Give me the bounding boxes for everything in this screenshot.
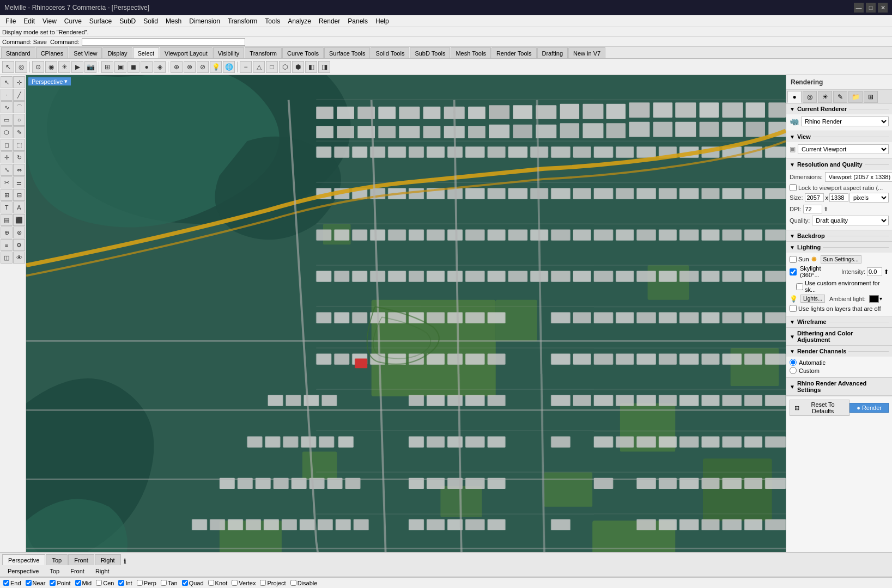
ambient-color-swatch[interactable]: [869, 295, 879, 303]
menu-mesh[interactable]: Mesh: [162, 16, 185, 26]
btab-right[interactable]: Right: [95, 554, 121, 565]
lt-gumball-icon[interactable]: ⊗: [13, 226, 25, 238]
tool-misc3-icon[interactable]: ⬡: [279, 61, 291, 73]
snap-project-checkbox[interactable]: [260, 580, 266, 586]
menu-file[interactable]: File: [2, 16, 19, 26]
lt-rect-icon[interactable]: ▭: [1, 114, 13, 126]
wireframe-header[interactable]: ▼ Wireframe: [786, 316, 892, 327]
tool-misc4-icon[interactable]: ⬢: [292, 61, 304, 73]
size-w-input[interactable]: [805, 193, 824, 202]
tab-cplanes[interactable]: CPlanes: [36, 47, 69, 58]
use-lights-checkbox[interactable]: [790, 305, 797, 312]
renderer-dropdown[interactable]: Rhino Render: [801, 117, 889, 126]
snap-cen-checkbox[interactable]: [96, 580, 102, 586]
lt-split-icon[interactable]: ⚌: [13, 176, 25, 188]
snap-knot-checkbox[interactable]: [208, 580, 214, 586]
view-dropdown[interactable]: Current Viewport: [798, 144, 889, 154]
tool-toggle2-icon[interactable]: ⊗: [184, 61, 196, 73]
lt-analysis-icon[interactable]: ◫: [1, 252, 13, 264]
lt-scale-icon[interactable]: ⤡: [1, 164, 13, 176]
vpname-top[interactable]: Top: [46, 567, 63, 575]
btab-perspective[interactable]: Perspective: [2, 554, 45, 565]
lt-poly-icon[interactable]: ⬡: [1, 126, 13, 138]
tab-curve-tools[interactable]: Curve Tools: [282, 47, 324, 58]
tool-render-icon[interactable]: ▶: [71, 61, 83, 73]
menu-panels[interactable]: Panels: [344, 16, 371, 26]
lt-curve-icon[interactable]: ∿: [1, 101, 13, 113]
tool-misc5-icon[interactable]: ◧: [305, 61, 317, 73]
sun-checkbox[interactable]: [790, 256, 797, 263]
lt-freeform-icon[interactable]: ✎: [13, 126, 25, 138]
tool-toggle3-icon[interactable]: ⊘: [197, 61, 209, 73]
vpname-right[interactable]: Right: [92, 567, 113, 575]
render-channels-header[interactable]: ▼ Render Channels: [786, 346, 892, 357]
lt-hatch-icon[interactable]: ▤: [1, 214, 13, 226]
rp-tab-pencil[interactable]: ✎: [833, 91, 847, 103]
backdrop-header[interactable]: ▼ Backdrop: [786, 230, 892, 241]
custom-env-checkbox[interactable]: [796, 283, 803, 290]
viewport-perspective[interactable]: Perspective ▾: [26, 75, 786, 552]
rp-tab-sphere[interactable]: ◎: [803, 91, 817, 103]
tool-lights-icon[interactable]: 💡: [210, 61, 222, 73]
skylight-checkbox[interactable]: [790, 268, 797, 275]
btab-top[interactable]: Top: [46, 554, 68, 565]
tab-display[interactable]: Display: [102, 47, 132, 58]
rp-tab-folder[interactable]: 📁: [848, 91, 863, 103]
lt-rotate-icon[interactable]: ↻: [13, 151, 25, 163]
lt-prop-icon[interactable]: ⚙: [13, 239, 25, 251]
menu-surface[interactable]: Surface: [86, 16, 115, 26]
current-renderer-header[interactable]: ▼ Current Renderer: [786, 103, 892, 114]
viewport-label[interactable]: Perspective ▾: [28, 77, 71, 85]
tool-misc6-icon[interactable]: ◨: [318, 61, 330, 73]
tab-transform[interactable]: Transform: [245, 47, 282, 58]
lights-button[interactable]: Lights...: [800, 295, 825, 303]
rp-tab-sun[interactable]: ☀: [818, 91, 832, 103]
btab-addon-icon[interactable]: ℹ: [124, 558, 126, 565]
snap-quad-checkbox[interactable]: [182, 580, 188, 586]
lt-select2-icon[interactable]: ⊹: [13, 76, 25, 88]
close-button[interactable]: ✕: [878, 3, 888, 13]
snap-point-checkbox[interactable]: [50, 580, 56, 586]
tool-select2-icon[interactable]: ◎: [15, 61, 27, 73]
lt-select-icon[interactable]: ↖: [1, 76, 13, 88]
resolution-header[interactable]: ▼ Resolution and Quality: [786, 159, 892, 170]
tab-select[interactable]: Select: [133, 47, 160, 58]
tab-standard[interactable]: Standard: [1, 47, 35, 58]
tab-solid-tools[interactable]: Solid Tools: [371, 47, 409, 58]
lt-move-icon[interactable]: ✛: [1, 151, 13, 163]
menu-curve[interactable]: Curve: [61, 16, 85, 26]
tab-mesh-tools[interactable]: Mesh Tools: [451, 47, 490, 58]
dithering-header[interactable]: ▼ Dithering and Color Adjustment: [786, 328, 892, 345]
tool-misc2-icon[interactable]: □: [266, 61, 278, 73]
quality-dropdown[interactable]: Draft quality: [812, 216, 889, 225]
snap-vertex-checkbox[interactable]: [232, 580, 238, 586]
tool-sphere-icon[interactable]: ⊙: [32, 61, 44, 73]
rp-tab-circle[interactable]: ●: [787, 91, 802, 103]
lt-layer-icon[interactable]: ≡: [1, 239, 13, 251]
tool-toggle1-icon[interactable]: ⊕: [171, 61, 183, 73]
tab-render-tools[interactable]: Render Tools: [491, 47, 537, 58]
tool-misc1-icon[interactable]: △: [253, 61, 265, 73]
tab-viewport-layout[interactable]: Viewport Layout: [160, 47, 213, 58]
lt-line-icon[interactable]: ╱: [13, 89, 25, 101]
tool-xray-icon[interactable]: ◈: [154, 61, 166, 73]
sun-settings-button[interactable]: Sun Settings...: [821, 255, 861, 264]
snap-perp-checkbox[interactable]: [137, 580, 143, 586]
size-h-input[interactable]: [829, 193, 848, 202]
lt-surface-icon[interactable]: ◻: [1, 139, 13, 151]
snap-mid-checkbox[interactable]: [75, 580, 81, 586]
menu-dimension[interactable]: Dimension: [186, 16, 223, 26]
render-button[interactable]: ● Render: [849, 403, 889, 413]
lt-mirror-icon[interactable]: ⇔: [13, 164, 25, 176]
lt-text-icon[interactable]: A: [13, 201, 25, 213]
lt-snap-icon[interactable]: ⊕: [1, 226, 13, 238]
dpi-input[interactable]: [803, 205, 822, 213]
lock-aspect-checkbox[interactable]: [790, 184, 797, 191]
snap-end-checkbox[interactable]: [3, 580, 9, 586]
tab-set-view[interactable]: Set View: [69, 47, 102, 58]
lt-arc-icon[interactable]: ⌒: [13, 101, 25, 113]
lt-block-icon[interactable]: ⬛: [13, 214, 25, 226]
menu-solid[interactable]: Solid: [140, 16, 161, 26]
menu-view[interactable]: View: [39, 16, 60, 26]
command-input[interactable]: [82, 38, 245, 46]
